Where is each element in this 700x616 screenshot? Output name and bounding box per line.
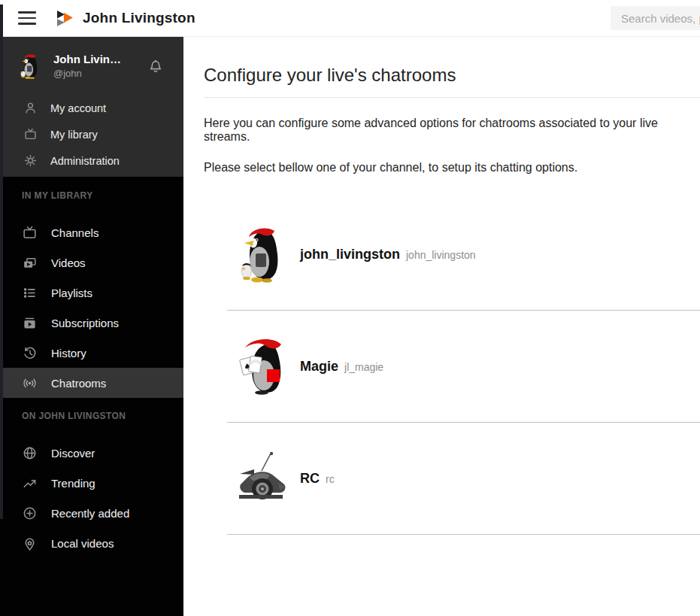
notifications-bell-icon[interactable]	[147, 58, 164, 74]
peertube-logo-icon[interactable]	[57, 11, 76, 26]
search-input[interactable]	[611, 6, 700, 30]
intro-text: Here you can configure some advanced opt…	[204, 117, 700, 144]
channel-handle: rc	[326, 473, 335, 485]
channel-row-rc[interactable]: RC rc	[227, 423, 700, 535]
channel-avatar-penguin-red-cap	[238, 226, 289, 283]
sidebar-item-my-account[interactable]: My account	[0, 95, 183, 121]
channel-row-john-livingston[interactable]: john_livingston john_livingston	[227, 199, 700, 311]
channel-row-magie[interactable]: Magie jl_magie	[227, 311, 700, 423]
top-header: John Livingston	[0, 0, 700, 37]
section-title: IN MY LIBRARY	[0, 190, 183, 201]
user-handle: @john	[53, 68, 127, 79]
broadcast-icon	[22, 375, 38, 391]
plus-circle-icon	[22, 505, 38, 521]
menu-scrollbar[interactable]	[0, 5, 3, 519]
channel-handle: jl_magie	[344, 361, 383, 373]
sidebar-item-discover[interactable]: Discover	[0, 438, 183, 468]
sidebar-item-label: Channels	[51, 226, 98, 239]
trending-icon	[22, 475, 38, 491]
section-title: ON JOHN LIVINGSTON	[0, 411, 183, 421]
sidebar-item-label: My library	[50, 129, 98, 141]
sidebar-item-channels[interactable]: Channels	[0, 217, 183, 247]
playlist-icon	[22, 285, 38, 301]
channel-display-name: john_livingston	[300, 247, 400, 262]
main-menu: John Livingston @john My account	[0, 36, 183, 616]
channels-list: john_livingston john_livingston Magie jl…	[227, 199, 700, 535]
history-icon	[22, 345, 38, 361]
select-hint-text: Please select bellow one of your channel…	[204, 161, 700, 174]
sidebar-item-my-library[interactable]: My library	[0, 121, 183, 147]
channel-handle: john_livingston	[406, 249, 476, 261]
logged-user-row[interactable]: John Livingston @john	[0, 36, 183, 95]
user-display-name: John Livingston	[53, 53, 127, 66]
sidebar-item-subscriptions[interactable]: Subscriptions	[0, 308, 183, 338]
sidebar-item-label: Videos	[51, 256, 86, 269]
sidebar-item-chatrooms[interactable]: Chatrooms	[0, 368, 183, 398]
sidebar-item-playlists[interactable]: Playlists	[0, 278, 183, 308]
globe-icon	[22, 445, 38, 461]
user-avatar	[18, 53, 44, 79]
page-title: Configure your live's chatrooms	[204, 65, 700, 86]
sidebar-item-label: Chatrooms	[51, 377, 106, 390]
section-in-my-library: IN MY LIBRARY Channels Videos	[0, 177, 183, 398]
sidebar-item-label: History	[51, 347, 86, 360]
sidebar-item-administration[interactable]: Administration	[0, 147, 183, 174]
sidebar-item-label: Recently added	[51, 507, 129, 520]
main-content: Configure your live's chatrooms Here you…	[183, 36, 700, 616]
home-pin-icon	[22, 536, 38, 551]
title-divider	[204, 97, 700, 98]
sidebar-item-label: Playlists	[51, 287, 92, 299]
channel-display-name: RC	[300, 471, 320, 487]
user-menu-block: John Livingston @john My account	[0, 36, 183, 177]
sidebar-item-label: Trending	[51, 477, 95, 490]
sidebar-item-recently-added[interactable]: Recently added	[0, 498, 183, 528]
tv-icon	[22, 225, 38, 241]
instance-title[interactable]: John Livingston	[83, 10, 195, 26]
sidebar-item-trending[interactable]: Trending	[0, 468, 183, 498]
subscriptions-icon	[22, 315, 38, 331]
sidebar-item-videos[interactable]: Videos	[0, 247, 183, 278]
sidebar-item-label: Administration	[50, 155, 120, 167]
sidebar-item-label: Subscriptions	[51, 317, 119, 329]
sidebar-item-history[interactable]: History	[0, 338, 183, 368]
sidebar-item-label: Local videos	[51, 537, 114, 550]
person-icon	[23, 101, 38, 115]
sidebar-item-local-videos[interactable]: Local videos	[0, 528, 183, 558]
section-on-instance: ON JOHN LIVINGSTON Discover Trending	[0, 398, 183, 558]
gear-icon	[23, 153, 38, 168]
channel-display-name: Magie	[300, 359, 338, 375]
sidebar-item-label: My account	[50, 102, 106, 114]
sidebar-item-label: Discover	[51, 447, 95, 460]
tv-icon	[23, 127, 38, 141]
channel-avatar-rc-car	[238, 450, 289, 507]
menu-toggle-button[interactable]	[18, 11, 36, 25]
videos-icon	[22, 255, 38, 271]
channel-avatar-penguin-magician-cards	[238, 338, 289, 395]
